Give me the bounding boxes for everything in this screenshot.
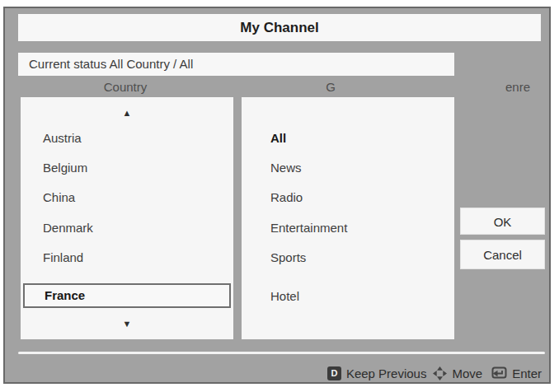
hint-keep-previous: D Keep Previous xyxy=(327,366,427,380)
page-title: My Channel xyxy=(18,14,541,41)
country-list-panel: ▲ Austria Belgium China Denmark Finland … xyxy=(21,97,233,339)
genre-list-item[interactable]: Hotel xyxy=(242,286,454,307)
genre-column-header-g: G xyxy=(243,80,418,94)
hint-bar: D Keep Previous Move Enter xyxy=(327,362,542,385)
current-status-bar: Current status All Country / All xyxy=(18,53,454,76)
screen: My Channel Current status All Country / … xyxy=(0,0,559,392)
country-list-item[interactable]: Denmark xyxy=(21,217,233,239)
scroll-down-icon[interactable]: ▼ xyxy=(21,318,233,329)
country-list-item[interactable]: Finland xyxy=(21,247,233,268)
genre-list-panel: All News Radio Entertainment Sports Hote… xyxy=(242,97,454,339)
hint-separator-line xyxy=(18,352,545,354)
country-column-header: Country xyxy=(18,80,233,94)
genre-list-item[interactable]: Entertainment xyxy=(242,217,454,239)
scroll-up-icon[interactable]: ▲ xyxy=(21,107,233,119)
keep-previous-key-icon: D xyxy=(327,366,341,380)
move-label: Move xyxy=(452,366,482,380)
genre-column-header-enre: enre xyxy=(493,80,543,94)
move-arrows-icon xyxy=(433,366,447,380)
keep-previous-label: Keep Previous xyxy=(346,366,427,380)
genre-list-item[interactable]: Radio xyxy=(242,187,454,208)
hint-move: Move xyxy=(433,366,482,380)
country-list-item[interactable]: Belgium xyxy=(21,157,233,179)
country-list-item-selected[interactable]: France xyxy=(23,283,231,308)
enter-label: Enter xyxy=(512,366,542,380)
country-list-item[interactable]: Austria xyxy=(21,128,233,149)
genre-list-item[interactable]: Sports xyxy=(242,247,454,268)
country-list-item[interactable]: China xyxy=(21,187,233,208)
my-channel-dialog: My Channel Current status All Country / … xyxy=(3,7,551,384)
genre-list-item[interactable]: News xyxy=(242,157,454,179)
genre-list-item-selected[interactable]: All xyxy=(242,128,454,149)
ok-button[interactable]: OK xyxy=(460,208,545,235)
cancel-button[interactable]: Cancel xyxy=(460,240,545,269)
enter-key-icon xyxy=(489,366,507,380)
hint-enter: Enter xyxy=(489,366,542,380)
